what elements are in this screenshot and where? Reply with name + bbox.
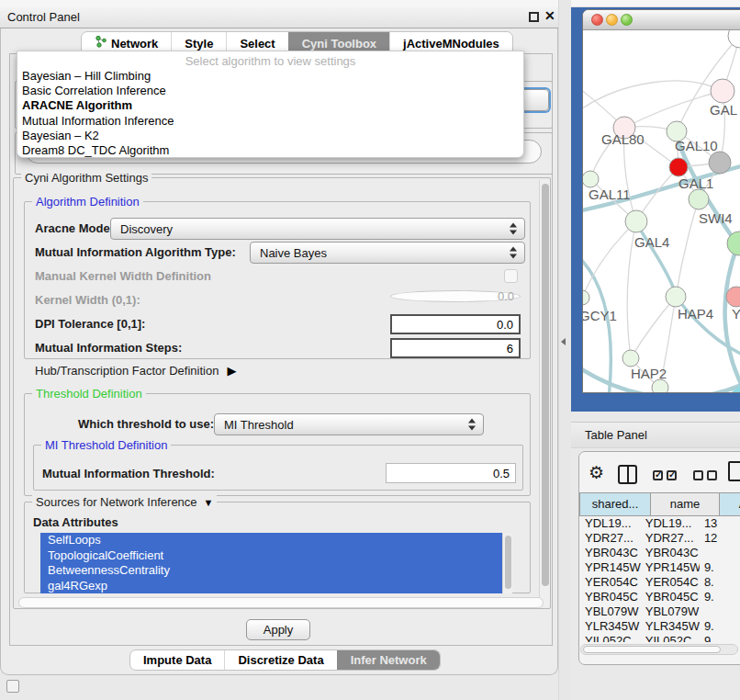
scrollbar-thumb[interactable] bbox=[505, 536, 511, 589]
mi-type-combo[interactable]: Naive Bayes bbox=[250, 242, 525, 264]
column-header[interactable]: name bbox=[650, 492, 720, 516]
which-threshold-combo[interactable]: MI Threshold bbox=[214, 413, 484, 435]
algorithm-option[interactable]: Bayesian – Hill Climbing bbox=[17, 69, 523, 84]
which-threshold-label: Which threshold to use: bbox=[78, 417, 214, 431]
algorithm-option[interactable]: Dream8 DC_TDC Algorithm bbox=[17, 143, 523, 158]
network-node[interactable] bbox=[709, 152, 731, 174]
scrollbar-thumb[interactable] bbox=[542, 184, 549, 586]
control-panel-titlebar: Control Panel bbox=[0, 6, 560, 28]
settings-vertical-scrollbar[interactable] bbox=[539, 180, 550, 606]
deselect-all-columns-icon[interactable] bbox=[693, 470, 717, 480]
aracne-mode-value: Discovery bbox=[120, 222, 173, 236]
tab-discretize-data[interactable]: Discretize Data bbox=[224, 650, 336, 670]
table-row[interactable]: YBL079WYBL079W bbox=[580, 604, 740, 619]
mi-type-label: Mutual Information Algorithm Type: bbox=[35, 245, 236, 259]
application-window: Control Panel NetworkStyleSelectCyni Too… bbox=[0, 0, 740, 700]
table-cell: YBL079W bbox=[641, 604, 700, 619]
table-body: YDL19...YDL19...13YDR27...YDR27...12YBR0… bbox=[580, 516, 740, 642]
algorithm-option[interactable]: ARACNE Algorithm bbox=[17, 98, 523, 113]
network-node-gal4[interactable] bbox=[625, 210, 647, 232]
mi-steps-input[interactable]: 6 bbox=[390, 338, 521, 358]
tab-impute-data[interactable]: Impute Data bbox=[130, 650, 224, 670]
group-title: Threshold Definition bbox=[32, 387, 146, 401]
algorithm-option[interactable]: Basic Correlation Inference bbox=[17, 84, 523, 98]
algorithm-option[interactable]: Mutual Information Inference bbox=[17, 114, 523, 129]
data-attribute-item[interactable]: gal4RGexp bbox=[40, 579, 502, 594]
apply-button[interactable]: Apply bbox=[246, 619, 310, 640]
network-node-hap4[interactable] bbox=[666, 287, 686, 307]
column-header[interactable]: shared... bbox=[579, 492, 651, 516]
table-row[interactable]: YER054CYER054C8. bbox=[580, 575, 740, 590]
network-node-gcy1[interactable] bbox=[583, 290, 589, 305]
table-cell: 9. bbox=[700, 590, 740, 604]
table-row[interactable]: YPR145WYPR145W9. bbox=[580, 560, 740, 575]
mi-threshold-input[interactable]: 0.5 bbox=[386, 463, 516, 483]
table-cell: YBR045C bbox=[580, 590, 641, 604]
float-window-icon[interactable] bbox=[529, 12, 539, 22]
collapse-down-icon bbox=[204, 497, 214, 508]
node-label: GAL80 bbox=[601, 131, 645, 147]
minimize-button[interactable] bbox=[606, 14, 618, 26]
settings-horizontal-scrollbar[interactable] bbox=[18, 597, 544, 608]
panel-splitter[interactable] bbox=[558, 0, 571, 700]
node-label: HAP2 bbox=[631, 366, 667, 381]
hub-definition-toggle[interactable]: Hub/Transcription Factor Definition bbox=[35, 364, 236, 378]
data-attributes-list[interactable]: SelfLoopsTopologicalCoefficientBetweenne… bbox=[40, 533, 502, 593]
attributes-list-scrollbar[interactable] bbox=[502, 533, 512, 593]
table-row[interactable]: YDR27...YDR27...12 bbox=[580, 531, 740, 546]
kernel-width-input[interactable]: 0.0 bbox=[390, 290, 521, 302]
which-threshold-value: MI Threshold bbox=[224, 418, 294, 432]
network-window-titlebar[interactable] bbox=[583, 10, 740, 30]
table-row[interactable]: YIL052CYIL052C9. bbox=[580, 634, 740, 642]
network-node-hap2[interactable] bbox=[622, 350, 639, 367]
dpi-tolerance-input[interactable]: 0.0 bbox=[390, 314, 521, 334]
table-row[interactable]: YBR043CYBR043C bbox=[580, 546, 740, 560]
table-row[interactable]: YBR045CYBR045C9. bbox=[580, 590, 740, 604]
network-node-gal11[interactable] bbox=[583, 171, 599, 187]
node-label: GAL bbox=[710, 102, 737, 118]
collapsed-panel-icon[interactable] bbox=[6, 680, 19, 693]
algorithm-option[interactable]: Bayesian – K2 bbox=[17, 129, 523, 143]
data-attribute-item[interactable]: TopologicalCoefficient bbox=[40, 548, 502, 564]
table-row[interactable]: YDL19...YDL19...13 bbox=[580, 516, 740, 531]
network-canvas[interactable]: GALGAL80GAL10GAL1GAL11SWI4GAL4GCY1HAP4YH… bbox=[583, 30, 740, 393]
table-row[interactable]: YLR345WYLR345W9. bbox=[580, 619, 740, 634]
table-cell: 12 bbox=[700, 531, 740, 546]
close-icon[interactable] bbox=[544, 8, 555, 23]
data-attribute-item[interactable]: BetweennessCentrality bbox=[40, 563, 502, 579]
table-cell: YER054C bbox=[580, 575, 641, 590]
mi-steps-label: Mutual Information Steps: bbox=[35, 341, 182, 355]
close-button[interactable] bbox=[591, 14, 603, 26]
scrollbar-thumb[interactable] bbox=[583, 646, 721, 653]
table-cell: YER054C bbox=[641, 575, 700, 590]
sources-group-title[interactable]: Sources for Network Inference bbox=[32, 495, 217, 509]
aracne-mode-combo[interactable]: Discovery bbox=[110, 218, 525, 240]
network-node-gal1[interactable] bbox=[669, 158, 688, 176]
zoom-button[interactable] bbox=[621, 14, 633, 26]
table-horizontal-scrollbar[interactable] bbox=[580, 644, 738, 655]
apply-label: Apply bbox=[263, 623, 294, 637]
network-node[interactable] bbox=[652, 379, 668, 393]
network-node-swi4[interactable] bbox=[689, 189, 709, 209]
columns-icon[interactable] bbox=[618, 465, 637, 484]
document-icon[interactable] bbox=[728, 461, 740, 481]
table-cell bbox=[700, 604, 740, 619]
hub-definition-label: Hub/Transcription Factor Definition bbox=[35, 364, 219, 378]
manual-kernel-checkbox[interactable] bbox=[504, 269, 518, 283]
table-cell: YLR345W bbox=[580, 619, 641, 634]
table-panel-title: Table Panel bbox=[585, 423, 647, 448]
gear-icon[interactable] bbox=[589, 462, 604, 483]
data-attribute-item[interactable]: SelfLoops bbox=[40, 533, 502, 548]
network-edge bbox=[676, 199, 699, 297]
select-all-columns-icon[interactable] bbox=[653, 470, 677, 480]
tab-infer-network[interactable]: Infer Network bbox=[337, 650, 440, 670]
table-cell: YBR043C bbox=[580, 546, 641, 560]
column-header[interactable]: A bbox=[719, 492, 740, 516]
network-edge bbox=[631, 297, 676, 358]
network-node-gal[interactable] bbox=[711, 79, 734, 103]
aracne-mode-label: Aracne Mode: bbox=[35, 221, 114, 235]
node-label: SWI4 bbox=[699, 210, 733, 226]
collapse-left-icon[interactable] bbox=[561, 338, 566, 345]
mi-type-value: Naive Bayes bbox=[260, 246, 327, 260]
network-node[interactable] bbox=[728, 30, 740, 48]
